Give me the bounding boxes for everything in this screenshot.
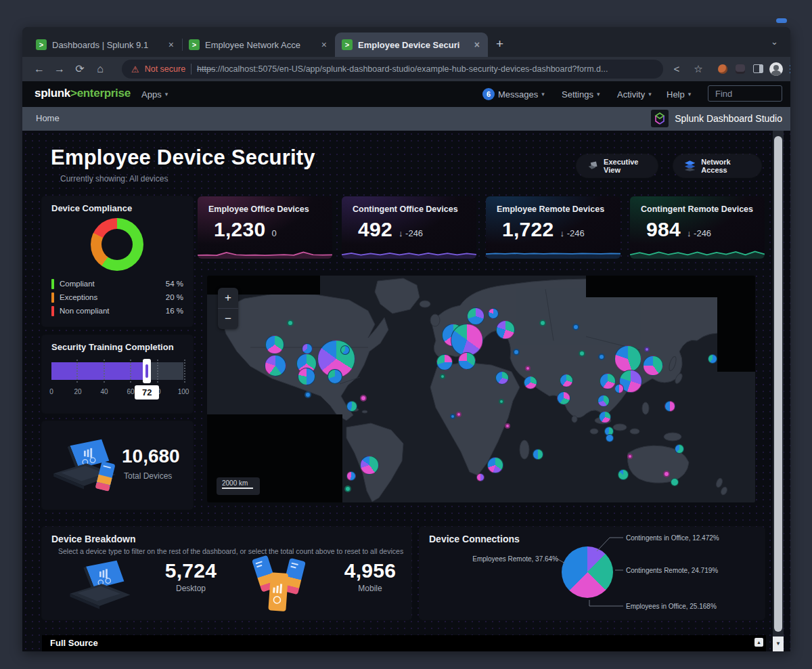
caret-down-icon: ▾: [688, 91, 692, 98]
gauge-tick-label: 100: [178, 388, 189, 395]
map-pie-marker: [346, 401, 357, 412]
tab-close-icon[interactable]: ×: [320, 39, 328, 50]
dashboard-canvas: Employee Device Security Currently showi…: [22, 131, 790, 651]
profile-avatar[interactable]: [769, 62, 783, 76]
home-icon[interactable]: ⌂: [93, 62, 108, 77]
security-training-panel: Security Training Completion 72 02040608…: [42, 335, 193, 413]
map-pie-marker: [708, 354, 717, 364]
tab-network-access[interactable]: > Employee Network Acce ×: [182, 33, 335, 57]
map-pie-marker: [360, 395, 367, 402]
reload-icon[interactable]: ⟳: [72, 62, 87, 77]
total-devices-label: Total Devices: [124, 471, 172, 481]
splunk-nav-bar: splunk>enterprise Apps▾ 6Messages▾ Setti…: [22, 81, 790, 107]
side-panel-icon[interactable]: [753, 64, 763, 73]
map-pie-marker: [458, 352, 476, 370]
help-menu[interactable]: Help▾: [667, 81, 691, 107]
map-pie-marker: [499, 399, 504, 404]
map-scale-label: 2000 km: [222, 479, 254, 487]
mobile-label: Mobile: [326, 584, 414, 593]
map-pie-marker: [557, 391, 570, 405]
card-title: Contingent Office Devices: [353, 204, 458, 214]
map-pie-marker: [524, 376, 537, 389]
single-value-card[interactable]: Employee Remote Devices1,722↓ -246: [486, 196, 621, 259]
share-icon[interactable]: <: [669, 62, 684, 76]
single-value-card[interactable]: Contingent Office Devices492↓ -246: [342, 196, 476, 259]
map-pie-marker: [664, 401, 675, 412]
map-pie-marker: [287, 320, 294, 326]
tab-close-icon[interactable]: ×: [473, 39, 481, 50]
map-pie-marker: [643, 355, 663, 376]
device-compliance-panel: Device Compliance Compliant54 % Exceptio…: [42, 196, 193, 326]
settings-menu[interactable]: Settings▾: [562, 81, 600, 107]
extension-icon[interactable]: [736, 64, 745, 74]
map-zoom-control: + −: [218, 288, 238, 329]
card-sparkline: [342, 245, 476, 259]
legend-row: Non compliant16 %: [51, 305, 183, 317]
map-pie-marker: [671, 478, 679, 486]
back-icon[interactable]: ←: [32, 62, 47, 77]
map-pie-marker: [525, 366, 531, 371]
desktop-count-item[interactable]: 5,724 Desktop: [147, 559, 235, 593]
card-value: 984: [646, 218, 681, 241]
mobile-count-item[interactable]: 4,956 Mobile: [326, 559, 414, 593]
caret-down-icon: ▾: [597, 91, 600, 98]
splunk-favicon-icon: >: [189, 39, 200, 50]
card-value: 492: [358, 218, 392, 241]
tabs-container: > Dashboards | Splunk 9.1 × > Employee N…: [29, 33, 488, 57]
apps-menu[interactable]: Apps▾: [141, 81, 168, 107]
tab-device-security-active[interactable]: > Employee Device Securi ×: [335, 33, 488, 57]
splunk-logo[interactable]: splunk>enterprise: [35, 87, 131, 100]
kebab-menu-icon[interactable]: ⋮: [786, 62, 790, 76]
zoom-out-button[interactable]: −: [218, 308, 238, 329]
browser-toolbar: ← → ⟳ ⌂ ⚠ Not secure https://localhost:5…: [22, 57, 790, 81]
laptop-icon: [62, 558, 137, 612]
total-devices-panel[interactable]: 10,680 Total Devices: [42, 421, 193, 509]
page-scrollbar[interactable]: ▼: [773, 131, 784, 651]
desktop-count: 5,724: [147, 559, 235, 582]
new-tab-button[interactable]: +: [496, 37, 503, 51]
gauge-gridline: [157, 360, 158, 383]
bookmark-star-icon[interactable]: ☆: [691, 62, 706, 76]
pie-label: Employees in Office, 25.168%: [626, 603, 717, 610]
card-title: Contingent Remote Devices: [641, 204, 753, 214]
legend-label: Compliant: [60, 280, 160, 288]
map-pie-marker: [598, 353, 605, 360]
source-scroll-up-icon[interactable]: ▲: [754, 638, 763, 647]
single-value-card[interactable]: Contingent Remote Devices984↓ -246: [630, 196, 765, 259]
tab-search-chevron-icon[interactable]: ⌄: [771, 37, 778, 47]
panel-subtitle: Select a device type to filter on the re…: [58, 547, 403, 555]
scrollbar-thumb[interactable]: [774, 136, 782, 632]
messages-menu[interactable]: 6Messages▾: [482, 81, 545, 107]
breadcrumb-home[interactable]: Home: [36, 113, 60, 123]
map-pie-marker: [440, 374, 445, 379]
map-pie-marker: [560, 374, 573, 387]
map-pie-marker: [644, 347, 650, 352]
map-pie-marker: [663, 471, 670, 477]
url-rest: ://localhost:5075/en-US/app/splunk-dashb…: [215, 64, 608, 74]
find-input[interactable]: Find: [708, 85, 782, 102]
map-pie-marker: [488, 308, 499, 319]
gauge-handle[interactable]: [143, 359, 151, 383]
extension-icon[interactable]: [718, 64, 727, 74]
zoom-in-button[interactable]: +: [218, 288, 238, 308]
network-access-button[interactable]: Network Access: [673, 154, 761, 177]
address-bar[interactable]: ⚠ Not secure https://localhost:5075/en-U…: [122, 60, 663, 79]
executive-view-button[interactable]: Executive View: [577, 154, 658, 177]
forward-icon[interactable]: →: [52, 62, 67, 77]
full-source-section[interactable]: Full Source ▲: [42, 635, 766, 651]
caret-down-icon: ▾: [541, 91, 545, 98]
map-pie-marker: [572, 324, 579, 330]
single-value-card[interactable]: Employee Office Devices1,2300: [198, 196, 332, 259]
tab-close-icon[interactable]: ×: [167, 39, 175, 50]
executive-view-icon: [587, 160, 598, 171]
legend-value: 16 %: [166, 307, 183, 315]
dashboard-studio-icon: [651, 110, 669, 127]
scrollbar-down-icon[interactable]: ▼: [773, 636, 784, 651]
card-sparkline: [486, 245, 621, 259]
map-pie-marker: [450, 414, 455, 419]
tab-dashboards[interactable]: > Dashboards | Splunk 9.1 ×: [29, 33, 182, 57]
training-gauge[interactable]: 72 020406080100: [50, 358, 185, 406]
activity-menu[interactable]: Activity▾: [617, 81, 652, 107]
laptop-phone-illustration-icon: [46, 432, 122, 500]
world-map[interactable]: + − 2000 km: [207, 276, 755, 502]
